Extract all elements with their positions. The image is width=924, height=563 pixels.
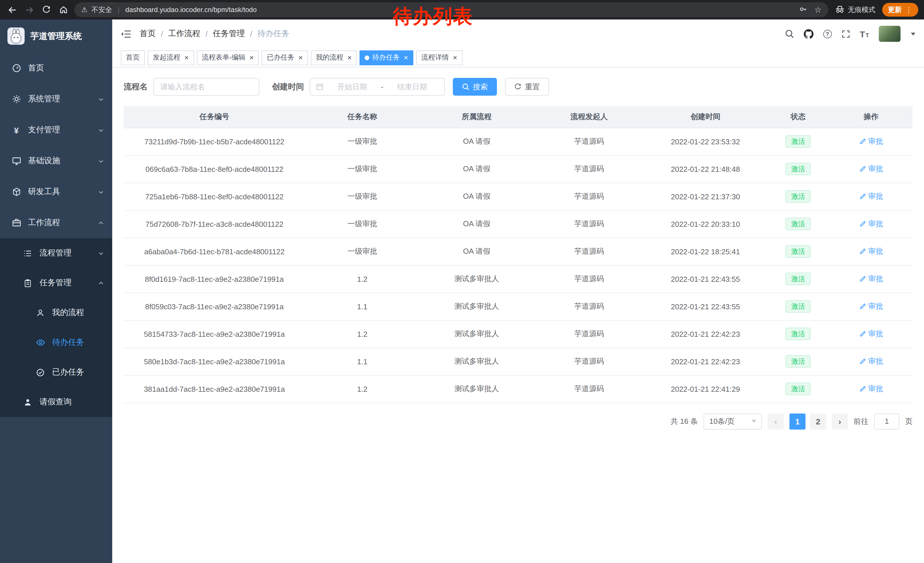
approve-link[interactable]: 审批: [859, 219, 883, 229]
task-name-cell: 一级审批: [305, 155, 420, 183]
action-cell: 审批: [830, 375, 913, 402]
tab-待办任务[interactable]: 待办任务×: [360, 50, 413, 65]
approve-link[interactable]: 审批: [859, 384, 883, 394]
table-row: 8f0d1619-7ac8-11ec-a9e2-a2380e71991a1.2测…: [124, 265, 912, 293]
process-name-cell: 测试多审批人: [419, 293, 534, 320]
approve-link[interactable]: 审批: [859, 164, 883, 174]
column-header: 流程发起人: [534, 106, 644, 128]
table-row: 725a1eb6-7b88-11ec-8ef0-acde48001122一级审批…: [124, 183, 912, 210]
task-name-cell: 一级审批: [305, 210, 420, 238]
edit-icon: [859, 138, 866, 145]
avatar-dropdown-icon[interactable]: [911, 32, 915, 35]
status-cell: 激活: [766, 210, 830, 238]
process-name-input[interactable]: [153, 78, 260, 96]
bookmark-star-icon[interactable]: ☆: [814, 6, 822, 14]
browser-chrome: ⚠ 不安全 | dashboard.yudao.iocoder.cn/bpm/t…: [0, 0, 924, 20]
sidebar-item-process-mgmt[interactable]: 流程管理: [0, 238, 112, 268]
task-name-cell: 1.1: [305, 293, 420, 320]
date-range-picker[interactable]: 开始日期 - 结束日期: [310, 78, 445, 96]
update-button[interactable]: 更新 ⋮: [882, 3, 918, 17]
fullscreen-icon[interactable]: [841, 30, 850, 38]
help-icon[interactable]: ?: [823, 30, 831, 38]
search-icon[interactable]: [784, 29, 794, 38]
github-icon[interactable]: [804, 29, 813, 39]
sidebar-item-infrastructure[interactable]: 基础设施: [0, 146, 112, 176]
start-date-placeholder: 开始日期: [326, 82, 379, 92]
create-time-cell: 2022-01-21 22:41:29: [644, 375, 766, 402]
approve-label: 审批: [868, 384, 883, 394]
process-name-cell: OA 请假: [419, 210, 534, 238]
table-row: 580e1b3d-7ac8-11ec-a9e2-a2380e71991a1.1测…: [124, 348, 912, 375]
tab-close-icon[interactable]: ×: [404, 54, 408, 61]
page-button-1[interactable]: 1: [789, 413, 806, 429]
approve-link[interactable]: 审批: [859, 329, 883, 339]
sidebar-item-devtools[interactable]: 研发工具: [0, 176, 112, 207]
search-button[interactable]: 搜索: [453, 78, 497, 96]
back-button[interactable]: [6, 3, 18, 16]
approve-link[interactable]: 审批: [859, 246, 883, 257]
sidebar-item-workflow[interactable]: 工作流程: [0, 207, 112, 238]
next-page-button[interactable]: ›: [832, 413, 848, 429]
sidebar-item-task-mgmt[interactable]: 任务管理: [0, 268, 112, 298]
breadcrumb-home[interactable]: 首页: [140, 29, 156, 39]
key-icon[interactable]: [800, 5, 807, 15]
tab-我的流程[interactable]: 我的流程×: [311, 50, 357, 65]
status-cell: 激活: [766, 183, 830, 210]
page-button-2[interactable]: 2: [810, 413, 826, 429]
breadcrumb-workflow[interactable]: 工作流程: [168, 29, 200, 39]
warning-icon: ⚠: [81, 6, 88, 14]
sidebar-item-done-task[interactable]: 已办任务: [0, 357, 112, 387]
process-starter-cell: 芋道源码: [534, 375, 644, 402]
chevron-up-icon: [98, 220, 104, 226]
sidebar-item-todo-task[interactable]: 待办任务: [0, 327, 112, 357]
home-button[interactable]: [57, 3, 70, 16]
breadcrumb-task-mgmt[interactable]: 任务管理: [213, 29, 245, 39]
update-label: 更新: [888, 5, 902, 15]
action-cell: 审批: [830, 265, 913, 293]
sidebar-item-my-process[interactable]: 我的流程: [0, 298, 112, 327]
process-starter-cell: 芋道源码: [534, 183, 644, 210]
table-row: 8f059c03-7ac8-11ec-a9e2-a2380e71991a1.1测…: [124, 293, 912, 320]
reload-button[interactable]: [40, 3, 52, 16]
approve-link[interactable]: 审批: [859, 356, 883, 366]
sidebar-item-payment[interactable]: ¥ 支付管理: [0, 114, 112, 146]
sidebar-toggle-icon[interactable]: [121, 30, 131, 38]
font-size-icon[interactable]: TT: [860, 30, 869, 38]
goto-page-input[interactable]: [874, 413, 899, 429]
tab-首页[interactable]: 首页: [121, 50, 145, 65]
tab-close-icon[interactable]: ×: [249, 54, 254, 61]
status-cell: 激活: [766, 128, 830, 155]
sidebar-item-home[interactable]: 首页: [0, 53, 112, 84]
chevron-down-icon: [98, 127, 104, 133]
incognito-icon: [835, 5, 844, 15]
reset-button[interactable]: 重置: [505, 78, 549, 96]
tab-close-icon[interactable]: ×: [348, 54, 352, 61]
address-bar[interactable]: ⚠ 不安全 | dashboard.yudao.iocoder.cn/bpm/t…: [74, 2, 828, 17]
task-id-cell: 8f059c03-7ac8-11ec-a9e2-a2380e71991a: [124, 293, 305, 320]
tab-close-icon[interactable]: ×: [453, 54, 457, 61]
tab-流程详情[interactable]: 流程详情×: [416, 50, 462, 65]
tab-close-icon[interactable]: ×: [184, 54, 189, 61]
tab-已办任务[interactable]: 已办任务×: [262, 50, 308, 65]
forward-button[interactable]: [23, 3, 36, 16]
task-name-cell: 1.2: [305, 265, 420, 293]
sidebar-item-leave-query[interactable]: 请假查询: [0, 387, 112, 417]
action-cell: 审批: [830, 183, 913, 210]
task-name-cell: 一级审批: [305, 238, 420, 265]
tab-流程表单-编辑[interactable]: 流程表单-编辑×: [196, 50, 259, 65]
app-logo: 芋道管理系统: [0, 20, 112, 53]
user-avatar[interactable]: [879, 26, 900, 42]
page-size-select[interactable]: 10条/页: [704, 413, 762, 429]
column-header: 所属流程: [419, 106, 534, 128]
approve-link[interactable]: 审批: [859, 301, 883, 312]
approve-link[interactable]: 审批: [859, 191, 883, 201]
approve-link[interactable]: 审批: [859, 136, 883, 147]
approve-link[interactable]: 审批: [859, 274, 883, 284]
menu-kebab-icon[interactable]: ⋮: [905, 6, 912, 14]
chevron-down-icon: [98, 96, 104, 102]
tab-发起流程[interactable]: 发起流程×: [148, 50, 194, 65]
tab-close-icon[interactable]: ×: [298, 54, 303, 61]
prev-page-button[interactable]: ‹: [768, 413, 784, 429]
sidebar-item-system[interactable]: 系统管理: [0, 84, 112, 114]
chevron-down-icon: [98, 189, 104, 195]
